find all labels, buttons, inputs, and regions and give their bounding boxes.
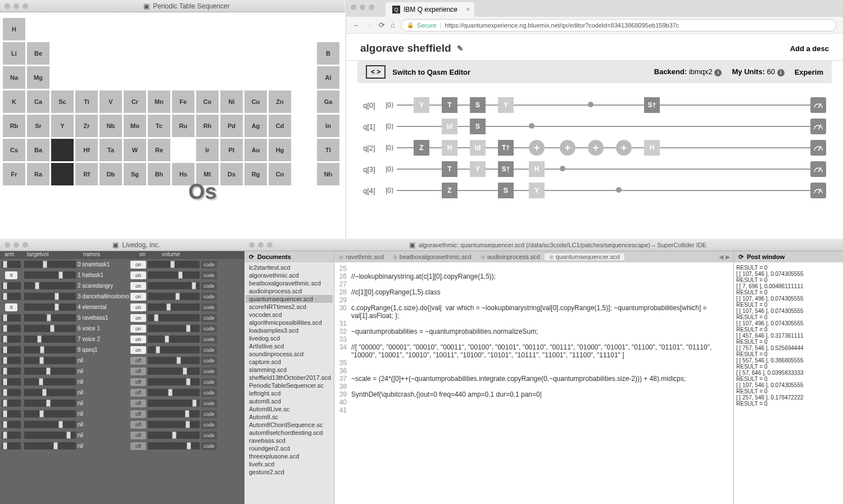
targetvol-slider[interactable] (24, 367, 76, 375)
doc-item[interactable]: beatboxalgoravethmic.scd (246, 279, 333, 287)
code-button[interactable]: code (201, 261, 217, 269)
traffic-light[interactable] (13, 242, 19, 248)
element-cell[interactable]: Ni (220, 90, 243, 113)
measurement-gate[interactable] (810, 140, 826, 156)
volume-slider[interactable] (148, 325, 200, 332)
refresh-icon[interactable]: ⟳ (738, 253, 744, 261)
doc-item[interactable]: audioinprocess.scd (246, 287, 333, 295)
code-line[interactable] (351, 359, 733, 367)
targetvol-slider[interactable] (24, 293, 76, 300)
targetvol-slider[interactable] (24, 410, 76, 417)
targetvol-slider[interactable] (24, 432, 76, 439)
traffic-light[interactable] (22, 3, 28, 9)
code-line[interactable]: c.copyRange(1,c.size).do{|val| var which… (351, 304, 733, 320)
arm-slider[interactable] (2, 442, 21, 449)
on-toggle[interactable]: off (130, 357, 146, 365)
code-line[interactable]: //~lookupbinarystring.at(c[1][0].copyRan… (351, 273, 733, 280)
volume-slider[interactable] (148, 421, 200, 428)
element-cell[interactable]: Mn (148, 90, 170, 113)
on-toggle[interactable]: on (130, 335, 146, 343)
code-button[interactable]: code (201, 303, 217, 311)
editor-tab[interactable]: ⊗beatboxalgoravethmic.scd (388, 253, 476, 260)
element-cell[interactable]: Bh (148, 163, 170, 185)
volume-slider[interactable] (148, 314, 200, 321)
element-cell[interactable]: Tl (317, 139, 339, 161)
add-description-link[interactable]: Add a desc (790, 44, 829, 53)
back-icon[interactable]: ← (353, 21, 360, 29)
prev-tab-icon[interactable]: ◀ (719, 253, 723, 261)
code-button[interactable]: code (201, 410, 217, 418)
volume-slider[interactable] (148, 410, 200, 417)
on-toggle[interactable]: on (130, 282, 146, 290)
code-button[interactable]: code (201, 346, 217, 354)
targetvol-slider[interactable] (24, 303, 76, 311)
element-cell[interactable]: Sg (124, 163, 146, 185)
code-line[interactable] (351, 383, 733, 391)
on-toggle[interactable]: off (130, 367, 146, 375)
quantum-gate[interactable]: Y (414, 97, 429, 113)
quantum-gate[interactable]: Y (470, 161, 486, 177)
code-line[interactable] (351, 367, 733, 375)
arm-slider[interactable] (2, 389, 21, 396)
arm-slider[interactable] (2, 293, 21, 300)
refresh-icon[interactable]: ⟳ (249, 253, 254, 261)
doc-item[interactable]: loadsamples3.scd (246, 326, 333, 334)
quantum-gate[interactable]: S (498, 183, 514, 198)
element-cell[interactable]: Rg (244, 163, 267, 185)
element-cell[interactable]: Ru (172, 115, 194, 137)
doc-item[interactable]: Autom8Live.sc (246, 405, 333, 413)
on-toggle[interactable]: on (130, 346, 146, 354)
doc-item[interactable]: autom8.scd (246, 397, 333, 405)
volume-slider[interactable] (148, 346, 200, 353)
quantum-gate[interactable]: H (529, 161, 545, 177)
code-line[interactable] (351, 296, 733, 304)
url-bar[interactable]: 🔒 Secure | https://quantumexperience.ng.… (401, 19, 836, 31)
next-tab-icon[interactable]: ▶ (726, 253, 730, 261)
targetvol-slider[interactable] (24, 378, 76, 385)
element-cell[interactable]: Nh (317, 163, 339, 185)
code-button[interactable]: code (201, 357, 217, 365)
quantum-gate[interactable]: Z (442, 183, 457, 198)
element-cell[interactable]: Ag (244, 115, 267, 137)
element-cell[interactable]: W (124, 139, 146, 161)
quantum-gate[interactable]: T (442, 97, 457, 113)
code-button[interactable]: code (201, 325, 217, 333)
arm-slider[interactable] (2, 282, 21, 289)
measurement-gate[interactable] (810, 119, 826, 134)
element-cell[interactable]: Na (3, 66, 25, 89)
code-line[interactable] (351, 406, 733, 414)
info-icon[interactable]: i (777, 69, 785, 76)
quantum-gate[interactable]: S† (498, 161, 514, 177)
code-line[interactable] (351, 280, 733, 288)
info-icon[interactable]: i (714, 69, 722, 76)
targetvol-slider[interactable] (24, 389, 76, 396)
element-cell[interactable]: Ti (75, 90, 98, 113)
arm-slider[interactable] (2, 410, 21, 417)
arm-button[interactable]: X (5, 271, 17, 279)
element-cell[interactable]: Cs (3, 139, 25, 161)
on-toggle[interactable]: on (130, 261, 146, 269)
traffic-light[interactable] (267, 242, 273, 248)
traffic-light[interactable] (360, 4, 365, 10)
element-cell[interactable]: Ir (196, 139, 219, 161)
doc-item[interactable]: soundinprocess.scd (246, 350, 333, 358)
volume-slider[interactable] (148, 399, 200, 407)
element-cell[interactable]: Fe (172, 90, 194, 113)
element-cell[interactable]: Fr (3, 163, 25, 185)
element-cell[interactable]: Hf (75, 139, 98, 161)
code-button[interactable]: code (201, 271, 217, 279)
element-cell[interactable]: Pd (220, 115, 243, 137)
code-line[interactable]: SynthDef(\qubitcrash,{|out=0 freq=440 am… (351, 391, 733, 398)
traffic-light[interactable] (351, 4, 356, 10)
code-line[interactable] (351, 320, 733, 328)
element-cell[interactable]: Re (148, 139, 170, 161)
code-switch-icon[interactable]: < > (366, 65, 386, 79)
code-button[interactable]: code (201, 282, 217, 290)
element-cell[interactable]: Ga (317, 90, 339, 113)
arm-slider[interactable] (2, 346, 21, 353)
element-cell[interactable]: Sc (51, 90, 74, 113)
quantum-gate[interactable]: H (644, 140, 660, 156)
element-cell[interactable]: Y (51, 115, 74, 137)
doc-item[interactable]: livefx.scd (246, 460, 333, 468)
element-cell[interactable]: Al (317, 66, 339, 89)
